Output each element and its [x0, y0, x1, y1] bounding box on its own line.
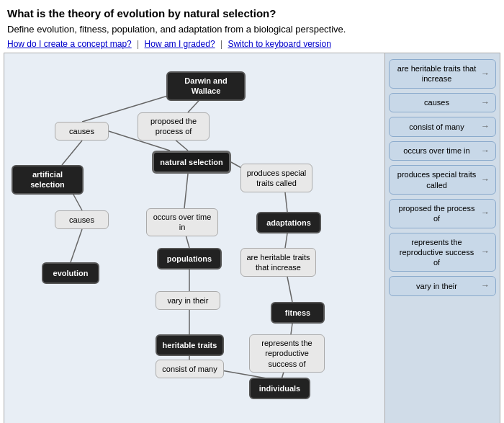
- concept-node-darwin[interactable]: Darwin and Wallace: [166, 71, 246, 101]
- concept-node-causes2[interactable]: causes: [55, 210, 109, 229]
- concept-node-consist[interactable]: consist of many: [156, 360, 224, 378]
- svg-line-16: [291, 324, 292, 334]
- sidebar-arrow-icon-0: →: [481, 68, 490, 80]
- concept-node-individuals[interactable]: individuals: [249, 378, 310, 399]
- sidebar-item-1[interactable]: causes→: [389, 93, 496, 113]
- sidebar-item-label-6: represents the reproductive success of: [395, 237, 478, 268]
- page-subtitle: Define evolution, fitness, population, a…: [7, 24, 497, 35]
- svg-line-3: [62, 141, 82, 165]
- concept-node-proposed[interactable]: proposed the process of: [138, 112, 210, 141]
- concept-node-occurs[interactable]: occurs over time in: [146, 208, 218, 236]
- sidebar-item-5[interactable]: proposed the process of→: [389, 199, 496, 228]
- concept-node-natural_selection[interactable]: natural selection: [152, 151, 231, 174]
- howto-link[interactable]: How do I create a concept map?: [7, 39, 132, 49]
- svg-line-15: [287, 277, 292, 302]
- concept-sidebar: are heritable traits that increase→cause…: [384, 53, 500, 423]
- concept-node-artificial_selection[interactable]: artificial selection: [12, 165, 84, 195]
- page-header: What is the theory of evolution by natur…: [0, 0, 504, 53]
- sidebar-arrow-icon-7: →: [481, 280, 490, 292]
- concept-node-vary[interactable]: vary in their: [156, 291, 220, 310]
- concept-node-causes1[interactable]: causes: [55, 122, 109, 141]
- svg-line-14: [285, 233, 287, 248]
- sidebar-arrow-icon-2: →: [481, 121, 490, 133]
- sidebar-arrow-icon-1: →: [481, 97, 490, 109]
- concept-node-heritable_traits[interactable]: heritable traits: [156, 334, 224, 356]
- concept-node-fitness[interactable]: fitness: [271, 302, 325, 324]
- main-area: Darwin and Wallacenatural selectionartif…: [4, 53, 500, 423]
- concept-node-adaptations[interactable]: adaptations: [256, 212, 321, 233]
- sidebar-arrow-icon-4: →: [481, 174, 490, 186]
- page-title: What is the theory of evolution by natur…: [7, 7, 497, 19]
- sidebar-item-3[interactable]: occurs over time in→: [389, 141, 496, 161]
- sidebar-item-label-7: vary in their: [395, 281, 478, 291]
- keyboard-link[interactable]: Switch to keyboard version: [228, 39, 330, 49]
- nav-links: How do I create a concept map? | How am …: [7, 39, 497, 49]
- concept-node-populations[interactable]: populations: [157, 248, 222, 270]
- concept-node-heritable[interactable]: are heritable traits that increase: [240, 248, 316, 277]
- sidebar-item-6[interactable]: represents the reproductive success of→: [389, 233, 496, 272]
- sidebar-item-label-1: causes: [395, 97, 478, 107]
- svg-line-8: [184, 174, 188, 208]
- sidebar-item-label-4: produces special traits called: [395, 169, 478, 190]
- concept-node-evolution[interactable]: evolution: [42, 262, 99, 284]
- sidebar-arrow-icon-3: →: [481, 146, 490, 157]
- sidebar-arrow-icon-5: →: [481, 208, 490, 219]
- sidebar-arrow-icon-6: →: [481, 246, 490, 258]
- svg-line-5: [71, 229, 82, 262]
- concept-node-produces[interactable]: produces special traits called: [240, 164, 312, 192]
- concept-node-represents[interactable]: represents the reproductive success of: [249, 334, 325, 373]
- graded-link[interactable]: How am I graded?: [145, 39, 215, 49]
- sidebar-item-label-5: proposed the process of: [395, 203, 478, 224]
- svg-line-7: [285, 192, 287, 212]
- concept-map-canvas[interactable]: Darwin and Wallacenatural selectionartif…: [4, 53, 384, 423]
- sidebar-item-0[interactable]: are heritable traits that increase→: [389, 59, 496, 89]
- sidebar-item-4[interactable]: produces special traits called→: [389, 165, 496, 195]
- sidebar-item-2[interactable]: consist of many→: [389, 117, 496, 137]
- sidebar-item-label-3: occurs over time in: [395, 146, 478, 156]
- sidebar-item-label-2: consist of many: [395, 122, 478, 132]
- sidebar-item-7[interactable]: vary in their→: [389, 276, 496, 296]
- sidebar-item-label-0: are heritable traits that increase: [395, 63, 478, 84]
